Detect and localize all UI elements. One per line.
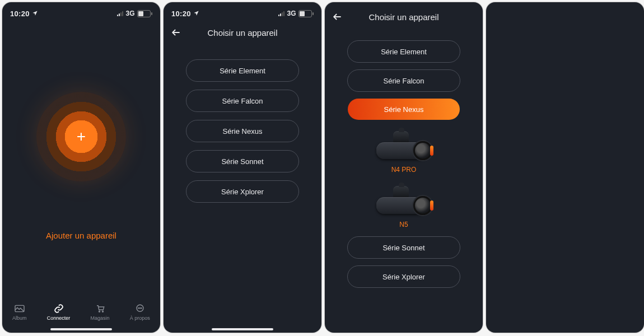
svg-point-6 bbox=[141, 307, 142, 308]
series-nexus-active[interactable]: Série Nexus bbox=[348, 99, 460, 120]
battery-icon bbox=[137, 10, 152, 17]
back-button[interactable] bbox=[170, 27, 181, 41]
plus-icon: + bbox=[77, 129, 86, 144]
add-device-label: Ajouter un appareil bbox=[46, 231, 116, 240]
page-header: Choisir un appareil bbox=[164, 21, 321, 44]
tab-album[interactable]: Album bbox=[12, 304, 27, 321]
status-bar: 10:20 3G bbox=[2, 2, 160, 21]
status-time: 10:20 bbox=[10, 10, 30, 18]
page-title: Choisir un appareil bbox=[368, 12, 438, 22]
tab-store[interactable]: Magasin bbox=[91, 304, 110, 321]
svg-point-4 bbox=[138, 307, 139, 308]
device-label: N4 PRO bbox=[391, 166, 417, 174]
tab-label: À propos bbox=[130, 315, 150, 321]
page-title: Choisir un appareil bbox=[207, 28, 277, 38]
svg-point-5 bbox=[139, 307, 140, 308]
device-n5[interactable]: N5 bbox=[373, 185, 435, 228]
tab-connect[interactable]: Connecter bbox=[47, 304, 71, 321]
tab-about[interactable]: À propos bbox=[130, 304, 150, 321]
home-indicator bbox=[50, 328, 112, 330]
series-element[interactable]: Série Element bbox=[347, 40, 460, 63]
network-label: 3G bbox=[125, 10, 135, 17]
page-header: Choisir un appareil bbox=[325, 6, 483, 28]
screen-choose-device: 10:20 3G Choisir un appareil Série Eleme… bbox=[164, 2, 321, 333]
cart-icon bbox=[94, 304, 106, 314]
back-button[interactable] bbox=[332, 11, 343, 25]
signal-icon bbox=[278, 11, 284, 16]
add-device-button[interactable]: + bbox=[36, 92, 126, 181]
album-icon bbox=[13, 304, 26, 314]
screen-connect: 10:20 3G + Ajouter un appareil bbox=[2, 2, 160, 333]
series-nexus[interactable]: Série Nexus bbox=[186, 120, 299, 142]
location-icon bbox=[32, 10, 38, 18]
series-sonnet[interactable]: Série Sonnet bbox=[186, 150, 299, 172]
home-indicator bbox=[212, 328, 273, 330]
svg-point-2 bbox=[102, 311, 103, 312]
series-xplorer[interactable]: Série Xplorer bbox=[186, 180, 299, 203]
series-element[interactable]: Série Element bbox=[186, 59, 299, 82]
tab-label: Connecter bbox=[47, 315, 71, 321]
signal-icon bbox=[117, 11, 123, 16]
tab-label: Album bbox=[12, 315, 27, 321]
location-icon bbox=[193, 10, 199, 18]
screen-empty bbox=[486, 2, 644, 333]
svg-point-1 bbox=[99, 311, 100, 312]
series-falcon[interactable]: Série Falcon bbox=[186, 90, 299, 112]
chat-icon bbox=[134, 304, 146, 314]
tab-label: Magasin bbox=[91, 315, 110, 321]
status-time: 10:20 bbox=[171, 10, 191, 18]
screen-choose-device-expanded: Choisir un appareil Série Element Série … bbox=[325, 2, 483, 333]
tab-bar: Album Connecter Magasin À propos bbox=[2, 295, 160, 333]
device-n4pro[interactable]: N4 PRO bbox=[373, 130, 435, 174]
link-icon bbox=[53, 304, 65, 314]
status-bar: 10:20 3G bbox=[164, 2, 321, 21]
network-label: 3G bbox=[287, 10, 296, 17]
series-xplorer[interactable]: Série Xplorer bbox=[347, 265, 460, 288]
series-falcon[interactable]: Série Falcon bbox=[347, 69, 460, 92]
series-list: Série Element Série Falcon Série Nexus N… bbox=[325, 28, 483, 288]
series-list: Série Element Série Falcon Série Nexus S… bbox=[164, 44, 321, 203]
battery-icon bbox=[298, 10, 314, 17]
camera-icon bbox=[373, 130, 435, 162]
device-label: N5 bbox=[399, 221, 408, 228]
series-sonnet[interactable]: Série Sonnet bbox=[347, 236, 460, 259]
camera-icon bbox=[373, 185, 435, 217]
